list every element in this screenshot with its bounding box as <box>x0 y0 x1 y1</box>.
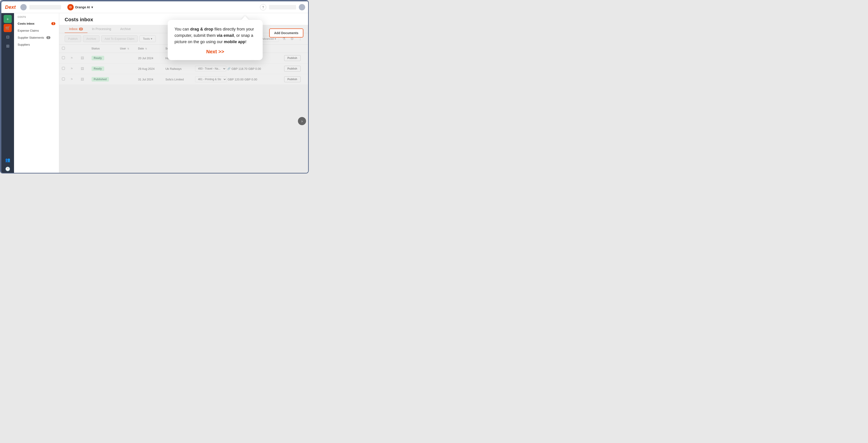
sidebar-item-suppliers[interactable]: Suppliers <box>14 41 59 48</box>
tools-dropdown-icon: ▾ <box>151 37 152 40</box>
tooltip-tail <box>241 16 249 20</box>
flag-icon: ⚑ <box>70 67 73 70</box>
row-amount-cell: 461 - Printing & Stati... GBP 120.00 GBP… <box>192 74 281 85</box>
publish-button[interactable]: Publish <box>65 35 81 42</box>
nav-sidebar: COSTS Costs inbox 3 Expense Claims Suppl… <box>14 13 59 173</box>
table-area: Status User ⇅ Date ⇅ Sup <box>59 44 309 173</box>
row-amount: GBP 118.70 <box>231 67 248 70</box>
select-all-header[interactable] <box>59 44 68 53</box>
org-switcher[interactable]: O Orange AI ▾ <box>67 4 93 10</box>
row-user-cell <box>117 64 135 74</box>
row-publish-button[interactable]: Publish <box>284 55 301 61</box>
sidebar-item-label: Supplier Statements <box>18 36 44 39</box>
tab-inbox-badge: 3 <box>79 28 83 31</box>
doc-icon: 🖼 <box>81 67 84 70</box>
reports-icon[interactable]: ⊞ <box>4 42 12 50</box>
row-flag-cell[interactable]: ⚑ <box>68 64 78 74</box>
flag-icon: ⚑ <box>70 77 73 81</box>
sidebar-item-costs-inbox[interactable]: Costs inbox 3 <box>14 20 59 27</box>
row-flag-cell[interactable]: ⚑ <box>68 74 78 85</box>
main-content-wrapper: Add Documents Costs inbox Inbox 3 In Pro… <box>59 13 309 173</box>
row-user-cell <box>117 53 135 64</box>
row-doc-cell[interactable]: 🖼 <box>78 64 89 74</box>
flag-icon: ⚑ <box>70 56 73 60</box>
row-publish-button[interactable]: Publish <box>284 66 301 72</box>
row-checkbox-cell[interactable] <box>59 64 68 74</box>
tools-label: Tools <box>143 37 150 40</box>
nav-user-blurred <box>269 5 296 9</box>
doc-icon: 🖼 <box>81 56 84 60</box>
doc-header <box>78 44 89 53</box>
sidebar-section-label: COSTS <box>14 16 59 20</box>
row-doc-cell[interactable]: 🖼 <box>78 74 89 85</box>
org-initial: O <box>67 4 74 10</box>
org-name: Orange AI <box>75 5 90 9</box>
tab-inbox[interactable]: Inbox 3 <box>65 25 88 33</box>
archive-button[interactable]: Archive <box>83 35 99 42</box>
scroll-right-arrow[interactable]: › <box>298 117 306 125</box>
row-doc-cell[interactable]: 🖼 <box>78 53 89 64</box>
row-amount-cell: 493 - Travel - Na... 🔗 GBP 118.70 GBP 0.… <box>192 64 281 74</box>
row-checkbox[interactable] <box>62 67 65 70</box>
user-header[interactable]: User ⇅ <box>117 44 135 53</box>
history-icon[interactable]: 🕐 <box>4 165 12 173</box>
category-select[interactable]: 461 - Printing & Stati... <box>195 76 227 82</box>
row-date-cell: 31 Jul 2024 <box>135 74 163 85</box>
tab-archive[interactable]: Archive <box>116 25 135 33</box>
date-header[interactable]: Date ⇅ <box>135 44 163 53</box>
row-date-cell: 20 Jul 2024 <box>135 53 163 64</box>
category-select[interactable]: 493 - Travel - Na... <box>195 66 226 72</box>
tab-in-processing[interactable]: In Processing <box>88 25 116 33</box>
user-name-blurred <box>29 5 61 9</box>
select-all-checkbox[interactable] <box>62 47 65 50</box>
user-avatar-top <box>20 4 27 10</box>
add-button[interactable]: ＋ <box>4 15 12 23</box>
actions-header <box>281 44 309 53</box>
status-badge: Published <box>92 77 109 81</box>
row-flag-cell[interactable]: ⚑ <box>68 53 78 64</box>
table-row: ⚑ 🖼 Published 31 Jul 2024 Sofa's Limited <box>59 74 309 85</box>
org-dropdown-icon: ▾ <box>91 5 93 9</box>
costs-icon[interactable]: 🛒 <box>4 24 12 32</box>
tab-in-processing-label: In Processing <box>92 27 111 31</box>
row-supplier-cell: Sofa's Limited <box>163 74 192 85</box>
tools-button[interactable]: Tools ▾ <box>140 35 156 42</box>
status-badge: Ready <box>92 56 104 60</box>
row-action-cell: Publish <box>281 74 309 85</box>
row-date-cell: 29 Aug 2024 <box>135 64 163 74</box>
row-supplier-cell: Uk Railways <box>163 64 192 74</box>
help-button[interactable]: ? <box>260 4 266 10</box>
icon-sidebar: ＋ 🛒 ⊟ ⊞ 👥 🕐 <box>1 13 14 173</box>
category-icon-btn[interactable]: 🔗 <box>227 67 230 70</box>
supplier-statements-badge: 1 <box>46 36 51 39</box>
flag-header <box>68 44 78 53</box>
tooltip-popover: You can drag & drop files directly from … <box>168 20 263 60</box>
tooltip-content: You can drag & drop files directly from … <box>175 26 256 45</box>
tab-archive-label: Archive <box>120 27 131 31</box>
status-badge: Ready <box>92 66 104 71</box>
costs-inbox-badge: 3 <box>51 22 55 25</box>
row-publish-button[interactable]: Publish <box>284 76 301 82</box>
sidebar-item-supplier-statements[interactable]: Supplier Statements 1 <box>14 34 59 41</box>
doc-icon: 🖼 <box>81 77 84 81</box>
sidebar-item-label: Expense Claims <box>18 29 39 32</box>
tooltip-next-button[interactable]: Next >> <box>175 49 256 55</box>
row-checkbox-cell[interactable] <box>59 53 68 64</box>
status-header: Status <box>89 44 117 53</box>
dext-logo: Dext <box>5 4 16 10</box>
nav-user-avatar <box>299 4 305 10</box>
advanced-filter-icon: ▾ <box>275 37 276 40</box>
add-documents-button[interactable]: Add Documents <box>269 29 303 37</box>
row-checkbox-cell[interactable] <box>59 74 68 85</box>
sidebar-item-expense-claims[interactable]: Expense Claims <box>14 27 59 34</box>
row-checkbox[interactable] <box>62 56 65 59</box>
bank-icon[interactable]: ⊟ <box>4 33 12 41</box>
row-status-cell: Ready <box>89 64 117 74</box>
sidebar-item-label: Costs inbox <box>18 22 34 25</box>
row-status-cell: Ready <box>89 53 117 64</box>
row-checkbox[interactable] <box>62 77 65 80</box>
row-action-cell: Publish <box>281 53 309 64</box>
team-icon[interactable]: 👥 <box>4 156 12 164</box>
sidebar-item-label: Suppliers <box>18 43 30 46</box>
add-expense-claim-button[interactable]: Add To Expense Claim <box>101 35 138 42</box>
